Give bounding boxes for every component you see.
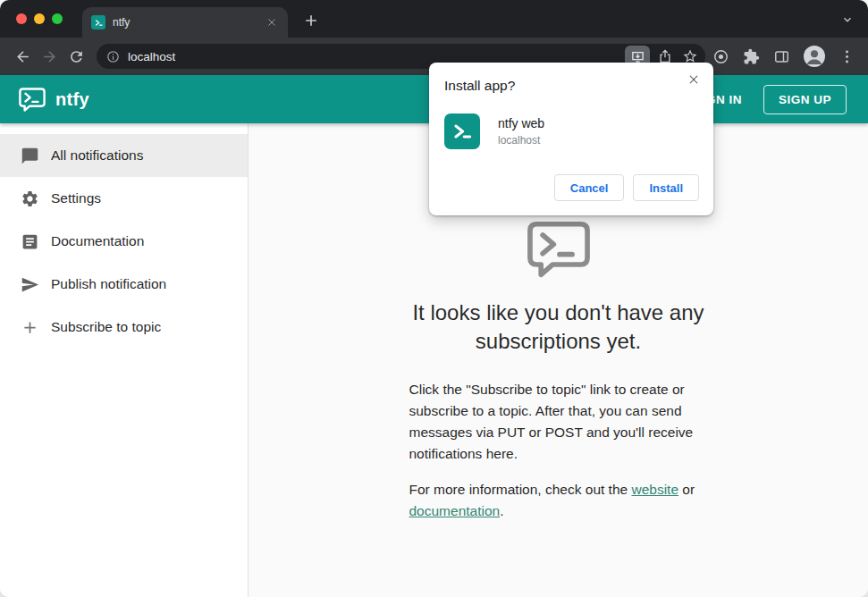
install-button[interactable]: Install — [633, 174, 699, 201]
side-panel-icon[interactable] — [773, 48, 790, 65]
dialog-title: Install app? — [444, 78, 699, 94]
browser-menu-kebab-icon[interactable] — [839, 48, 855, 65]
site-info-icon[interactable] — [106, 50, 120, 63]
more-info-middle: or — [678, 482, 695, 497]
empty-state-heading: It looks like you don't have any subscri… — [349, 298, 769, 356]
ntfy-logo-large-icon — [525, 220, 593, 279]
sign-up-button[interactable]: SIGN UP — [763, 85, 847, 114]
ntfy-favicon-icon — [91, 15, 105, 29]
sidebar-item-settings[interactable]: Settings — [0, 177, 248, 220]
sidebar: All notifications Settings Documentation… — [0, 123, 249, 597]
install-app-dialog: Install app? ntfy web localhost Cancel I… — [429, 63, 713, 215]
send-icon — [21, 275, 39, 294]
dialog-app-row: ntfy web localhost — [444, 114, 699, 149]
window-titlebar: ntfy — [0, 0, 868, 38]
sidebar-item-all-notifications[interactable]: All notifications — [0, 134, 248, 177]
empty-state-body: Click the "Subscribe to topic" link to c… — [409, 379, 708, 465]
reload-button[interactable] — [63, 43, 89, 70]
more-info-suffix: . — [500, 503, 503, 518]
zoom-window-button[interactable] — [52, 13, 63, 24]
new-tab-button[interactable] — [302, 12, 320, 29]
toolbar-right-icons — [712, 46, 859, 67]
empty-state-more-info: For more information, check out the webs… — [409, 479, 708, 522]
sidebar-item-documentation[interactable]: Documentation — [0, 220, 248, 263]
website-link[interactable]: website — [631, 482, 678, 497]
document-icon — [21, 232, 39, 251]
sidebar-item-label: Publish notification — [51, 276, 166, 292]
documentation-link[interactable]: documentation — [409, 503, 501, 518]
tab-title: ntfy — [113, 16, 257, 29]
extensions-puzzle-icon[interactable] — [743, 48, 760, 65]
dialog-app-info: ntfy web localhost — [498, 116, 544, 147]
browser-window: ntfy localhost ntfy SIG — [0, 0, 868, 597]
dialog-actions: Cancel Install — [444, 174, 699, 201]
back-button[interactable] — [9, 43, 36, 70]
tab-search-chevron-icon[interactable] — [841, 13, 854, 26]
minimize-window-button[interactable] — [34, 13, 45, 24]
sidebar-item-publish-notification[interactable]: Publish notification — [0, 263, 248, 306]
sidebar-item-label: All notifications — [51, 147, 143, 164]
password-manager-icon[interactable] — [712, 48, 729, 65]
sidebar-item-label: Documentation — [51, 233, 144, 249]
more-info-prefix: For more information, check out the — [409, 482, 632, 497]
ntfy-app-icon — [444, 114, 480, 149]
sidebar-item-label: Settings — [51, 190, 101, 206]
traffic-lights — [16, 13, 63, 24]
cancel-button[interactable]: Cancel — [554, 174, 625, 201]
dialog-app-name: ntfy web — [498, 116, 544, 130]
chat-icon — [21, 147, 39, 165]
close-window-button[interactable] — [16, 13, 27, 24]
url-text: localhost — [128, 50, 625, 63]
sidebar-item-label: Subscribe to topic — [51, 319, 161, 335]
plus-icon — [21, 318, 39, 337]
dialog-close-icon[interactable] — [687, 73, 702, 88]
profile-avatar[interactable] — [804, 46, 825, 67]
browser-tab[interactable]: ntfy — [82, 7, 288, 38]
forward-button[interactable] — [36, 43, 63, 70]
tab-close-icon[interactable] — [265, 15, 279, 29]
dialog-app-origin: localhost — [498, 134, 544, 147]
ntfy-logo-icon — [18, 87, 46, 113]
gear-icon — [21, 189, 39, 208]
brand-title: ntfy — [55, 89, 89, 110]
sidebar-item-subscribe-to-topic[interactable]: Subscribe to topic — [0, 306, 248, 349]
